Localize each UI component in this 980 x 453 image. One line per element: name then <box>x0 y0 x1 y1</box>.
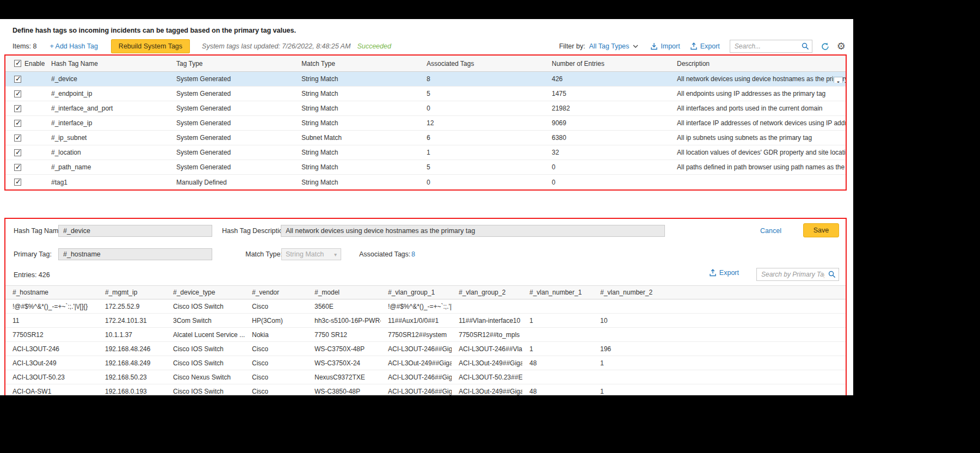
enabled-checkbox[interactable] <box>14 120 21 127</box>
enabled-checkbox[interactable] <box>14 90 21 97</box>
cancel-button[interactable]: Cancel <box>760 224 781 237</box>
hash-tag-row[interactable]: #_locationSystem GeneratedString Match13… <box>5 145 846 160</box>
entry-cell: ACI-L3OUT-50.23 <box>5 374 98 381</box>
header-enabled-label: Enabled <box>24 60 45 68</box>
tag-type-cell: Manually Defined <box>170 179 295 186</box>
entry-cell: 10.1.1.37 <box>98 331 166 339</box>
entry-row[interactable]: ACI-L3Out-249192.168.48.249Cisco IOS Swi… <box>5 356 846 370</box>
description-dropdown[interactable]: ▾ <box>834 77 843 83</box>
import-button[interactable]: Import <box>650 42 680 50</box>
header-vlan-group-2: #_vlan_group_2 <box>452 289 522 296</box>
number-of-entries-cell: 9069 <box>545 119 670 127</box>
match-type-cell: String Match <box>295 163 420 171</box>
entry-cell: NexusC9372TXE <box>307 374 381 381</box>
tag-type-cell: System Generated <box>170 75 295 83</box>
entry-cell: ACI-L3OUT-246##Giga... <box>381 374 452 381</box>
entries-export-button[interactable]: Export <box>709 269 739 277</box>
associated-tags-cell: 0 <box>420 105 545 112</box>
match-type-cell: String Match <box>295 179 420 186</box>
enabled-cell <box>5 149 45 156</box>
description-cell: All ip subnets using subnets as the prim… <box>670 134 846 142</box>
entry-cell: WS-C3850-48P <box>307 388 381 395</box>
hash-tag-row[interactable]: #tag1Manually DefinedString Match00 <box>5 175 846 189</box>
rebuild-system-tags-button[interactable]: Rebuild System Tags <box>111 39 190 53</box>
enabled-checkbox[interactable] <box>14 164 21 171</box>
enabled-checkbox[interactable] <box>14 149 21 156</box>
hash-tag-description-input[interactable] <box>281 225 665 237</box>
last-updated-text: System tags last updated: 7/26/2022, 8:4… <box>202 42 350 50</box>
enabled-checkbox[interactable] <box>14 179 21 186</box>
tag-type-cell: System Generated <box>170 105 295 112</box>
export-button[interactable]: Export <box>690 42 720 50</box>
enabled-cell <box>5 164 45 171</box>
hash-tag-row[interactable]: #_interface_ipSystem GeneratedString Mat… <box>5 116 846 131</box>
associated-tags-label: Associated Tags: <box>359 248 410 261</box>
description-cell: All paths defined in path browser using … <box>670 163 846 171</box>
enabled-checkbox[interactable] <box>14 76 21 83</box>
entry-cell: HP(3Com) <box>245 317 307 325</box>
match-type-select[interactable]: String Match ▾ <box>281 248 341 260</box>
select-all-checkbox[interactable] <box>14 60 21 67</box>
entry-cell: hh3c-s5100-16P-PWR-EI <box>307 317 381 325</box>
top-black-bar <box>0 0 980 19</box>
search-icon[interactable] <box>828 271 836 278</box>
hash-tags-table: Enabled Hash Tag Name Tag Type Match Typ… <box>4 54 847 191</box>
settings-gear-icon[interactable]: ⚙ <box>837 41 846 51</box>
import-label: Import <box>661 42 680 50</box>
hash-tag-row[interactable]: #_interface_and_portSystem GeneratedStri… <box>5 101 846 116</box>
hash-tag-row[interactable]: #_deviceSystem GeneratedString Match8426… <box>5 72 846 87</box>
primary-tag-input[interactable] <box>58 248 212 260</box>
entries-table-header: #_hostname #_mgmt_ip #_device_type #_ven… <box>5 285 846 299</box>
entry-cell: 48 <box>522 359 593 367</box>
entry-row[interactable]: ACI-L3OUT-50.23192.168.50.23Cisco Nexus … <box>5 370 846 384</box>
entry-row[interactable]: ACI-OA-SW1192.168.0.193Cisco IOS SwitchC… <box>5 384 846 395</box>
hash-tag-row[interactable]: #_ip_subnetSystem GeneratedSubnet Match6… <box>5 131 846 145</box>
header-hash-tag-name: Hash Tag Name <box>45 60 170 68</box>
hash-tag-row[interactable]: #_path_nameSystem GeneratedString Match5… <box>5 160 846 175</box>
hash-tag-name-label: Hash Tag Name: <box>14 224 64 237</box>
primary-tag-label: Primary Tag: <box>14 248 52 261</box>
entry-row[interactable]: ACI-L3OUT-246192.168.48.246Cisco IOS Swi… <box>5 342 846 356</box>
entries-search-input[interactable] <box>756 268 839 281</box>
entry-row[interactable]: 7750SR1210.1.1.37Alcatel Lucent Service … <box>5 328 846 342</box>
header-mgmt-ip: #_mgmt_ip <box>98 289 166 296</box>
header-vlan-group-1: #_vlan_group_1 <box>381 289 452 296</box>
search-input[interactable] <box>730 40 812 53</box>
filter-dropdown[interactable]: All Tag Types <box>589 42 638 50</box>
hash-tags-screen: Define hash tags so incoming incidents c… <box>0 19 853 395</box>
export-icon <box>690 42 698 50</box>
entries-export-label: Export <box>719 269 739 277</box>
entry-cell: 10 <box>593 317 664 325</box>
enabled-checkbox[interactable] <box>14 134 21 142</box>
hash-tag-name-cell: #_endpoint_ip <box>45 90 170 97</box>
hash-tag-name-input[interactable] <box>58 225 212 237</box>
entry-cell: 192.168.48.246 <box>98 345 166 353</box>
associated-tags-count[interactable]: 8 <box>411 248 415 261</box>
chevron-down-icon: ▾ <box>334 252 337 258</box>
entry-cell: 7750SR12##to_mpls <box>452 331 522 339</box>
associated-tags-cell: 6 <box>420 134 545 142</box>
entry-cell: 172.25.52.9 <box>98 303 166 310</box>
entry-cell: 1 <box>522 345 593 353</box>
save-button[interactable]: Save <box>803 223 839 237</box>
entry-cell: Cisco <box>245 303 307 310</box>
entry-cell: WS-C3750X-48P <box>307 345 381 353</box>
entry-cell: 3560E <box>307 303 381 310</box>
enabled-checkbox[interactable] <box>14 105 21 112</box>
entry-cell: Alcatel Lucent Service ... <box>166 331 245 339</box>
enabled-cell <box>5 179 45 186</box>
header-vendor: #_vendor <box>245 289 307 296</box>
add-hash-tag-button[interactable]: + Add Hash Tag <box>50 42 97 50</box>
search-icon[interactable] <box>802 42 809 50</box>
entry-cell: 7750 SR12 <box>307 331 381 339</box>
entry-cell: ACI-L3OUT-246##Vlan1... <box>452 345 522 353</box>
entry-row[interactable]: 11172.24.101.313Com SwitchHP(3Com)hh3c-s… <box>5 314 846 328</box>
hash-tag-name-cell: #_device <box>45 75 170 83</box>
hash-tag-name-cell: #_interface_ip <box>45 119 170 127</box>
filter-dropdown-value: All Tag Types <box>589 42 629 50</box>
entry-row[interactable]: !@#$%^&*()_-=+~`:;.'|\/[]{}172.25.52.9Ci… <box>5 299 846 314</box>
description-cell: All network devices using device hostnam… <box>670 75 846 83</box>
header-tag-type: Tag Type <box>170 60 295 68</box>
hash-tag-row[interactable]: #_endpoint_ipSystem GeneratedString Matc… <box>5 87 846 101</box>
refresh-button[interactable] <box>821 42 829 51</box>
